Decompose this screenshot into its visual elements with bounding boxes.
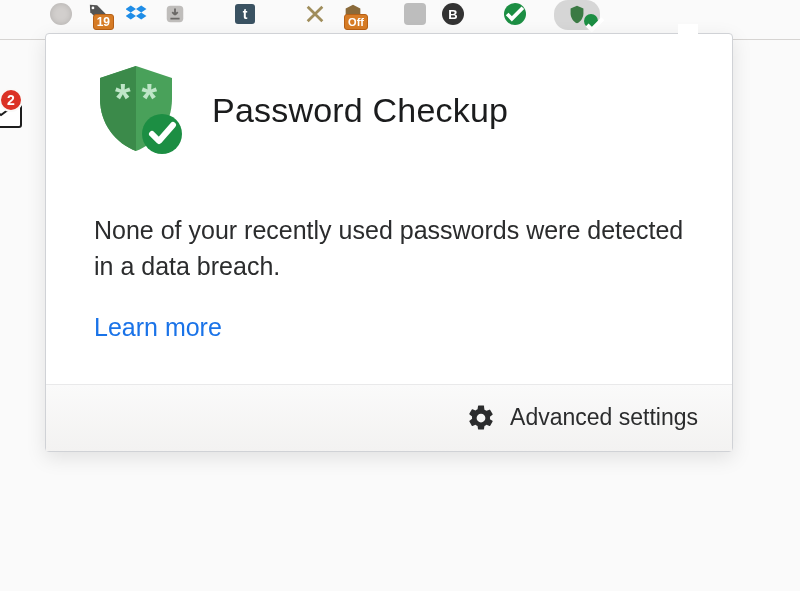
mail-count-badge: 2 xyxy=(0,88,23,112)
tumblr-icon: t xyxy=(235,4,255,24)
ext-icon-crossed[interactable] xyxy=(298,2,332,26)
ext-icon-circle[interactable] xyxy=(44,2,78,26)
ext-icon-generic[interactable] xyxy=(398,2,432,26)
learn-more-link[interactable]: Learn more xyxy=(94,313,686,342)
mail-notification[interactable]: 2 xyxy=(0,88,36,130)
popup-status-text: None of your recently used passwords wer… xyxy=(94,212,686,285)
b-icon: B xyxy=(442,3,464,25)
ext-icon-password-checkup[interactable] xyxy=(554,0,600,30)
badge-off: Off xyxy=(344,14,368,30)
shield-check-icon xyxy=(504,3,526,25)
ext-icon-download[interactable] xyxy=(158,2,192,26)
ext-icon-boldcircle[interactable]: B xyxy=(436,2,470,26)
badge-19: 19 xyxy=(93,14,114,30)
popup-footer: Advanced settings xyxy=(46,384,732,451)
dropbox-icon xyxy=(126,3,148,25)
password-checkup-shield-icon: * * xyxy=(84,64,192,156)
svg-text:* *: * * xyxy=(115,76,158,120)
download-icon xyxy=(164,3,186,25)
advanced-settings-button[interactable]: Advanced settings xyxy=(466,403,698,433)
gear-icon xyxy=(466,403,496,433)
ext-icon-tag[interactable]: 19 xyxy=(82,2,116,26)
ext-icon-dropbox[interactable] xyxy=(120,2,154,26)
check-badge-icon xyxy=(584,14,598,28)
ext-icon-greencheck[interactable] xyxy=(498,2,532,26)
svg-point-0 xyxy=(92,7,95,10)
popup-title: Password Checkup xyxy=(212,91,508,130)
popup-header: * * Password Checkup xyxy=(46,34,732,172)
advanced-settings-label: Advanced settings xyxy=(510,404,698,431)
ext-icon-off[interactable]: Off xyxy=(336,2,370,26)
crossed-tools-icon xyxy=(304,3,326,25)
password-checkup-popup: * * Password Checkup None of your recent… xyxy=(45,33,733,452)
ext-icon-tumblr[interactable]: t xyxy=(228,2,262,26)
popup-body: None of your recently used passwords wer… xyxy=(46,172,732,384)
